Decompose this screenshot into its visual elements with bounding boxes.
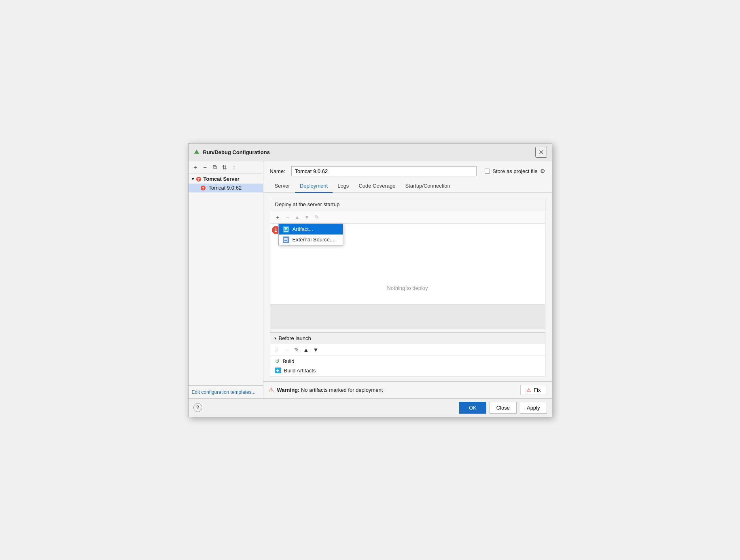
before-launch-title: Before launch [279,335,311,341]
external-source-icon [283,237,289,243]
deploy-list: 1 [270,224,545,304]
close-dialog-button[interactable]: Close [490,402,517,414]
store-project-checkbox[interactable] [485,169,490,174]
fix-warning-icon: ⚠ [526,387,531,393]
launch-build-item[interactable]: ↺ Build [270,357,545,366]
tree-item-label: Tomcat 9.0.62 [209,185,242,191]
name-label: Name: [270,168,288,174]
tab-code-coverage[interactable]: Code Coverage [354,180,400,193]
artifacts-icon: ◆ [275,368,281,373]
before-launch-items: ↺ Build ◆ Build Artifacts [270,356,545,376]
left-panel: + − ⧉ ⇅ ↕ ▾ T Tomcat Server [189,161,263,398]
deploy-add-button[interactable]: + [274,213,282,222]
deploy-section: Deploy at the server startup + − ▲ ▼ ✎ 1 [270,198,545,329]
edit-templates-link[interactable]: Edit configuration templates... [192,389,256,395]
svg-rect-5 [284,227,288,231]
left-toolbar: + − ⧉ ⇅ ↕ [189,161,263,174]
external-source-label: External Source... [293,237,334,243]
sort-config-button[interactable]: ↕ [230,163,239,172]
launch-down-button[interactable]: ▼ [312,345,320,354]
warning-text: Warning: No artifacts marked for deploym… [277,387,517,393]
gear-icon[interactable]: ⚙ [540,168,545,174]
run-debug-dialog: Run/Debug Configurations ✕ + − ⧉ ⇅ ↕ ▾ [188,143,552,417]
tab-server[interactable]: Server [270,180,295,193]
before-launch-header[interactable]: ▾ Before launch [270,333,545,344]
name-input[interactable]: Tomcat 9.0.62 [291,166,477,176]
deploy-empty-area: Nothing to deploy [270,272,545,304]
chevron-icon: ▾ [192,177,194,181]
help-button[interactable]: ? [193,403,202,412]
build-artifacts-label: Build Artifacts [284,368,316,374]
fix-button[interactable]: ⚠ Fix [520,385,547,395]
svg-text:T: T [202,186,204,190]
tab-startup[interactable]: Startup/Connection [400,180,455,193]
before-launch-section: ▾ Before launch + − ✎ ▲ ▼ ↺ Build [270,332,545,376]
launch-remove-button[interactable]: − [282,345,291,354]
title-bar: Run/Debug Configurations ✕ [189,144,552,161]
tree-group-label: Tomcat Server [204,176,240,182]
deploy-header: Deploy at the server startup [270,198,545,211]
copy-config-button[interactable]: ⧉ [210,163,219,172]
dialog-icon [193,149,200,155]
tabs-bar: Server Deployment Logs Code Coverage Sta… [263,180,552,193]
build-label: Build [283,358,295,364]
config-tree: ▾ T Tomcat Server T Tomcat 9.0.62 [189,174,263,385]
launch-artifacts-item[interactable]: ◆ Build Artifacts [270,366,545,375]
nothing-to-deploy-text: Nothing to deploy [387,285,428,291]
deploy-toolbar: + − ▲ ▼ ✎ [270,211,545,224]
bottom-bar: ? OK Close Apply [189,398,552,417]
deploy-edit-button[interactable]: ✎ [312,213,321,222]
svg-rect-8 [284,239,287,241]
close-button[interactable]: ✕ [535,147,547,158]
action-buttons: OK Close Apply [459,402,547,414]
deploy-bottom-area [270,304,545,329]
warning-bar: ⚠ Warning: No artifacts marked for deplo… [263,381,552,398]
deployment-tab-content: Deploy at the server startup + − ▲ ▼ ✎ 1 [263,193,552,381]
launch-add-button[interactable]: + [273,345,282,354]
tab-deployment[interactable]: Deployment [295,180,333,193]
fix-label: Fix [534,387,541,393]
deploy-remove-button[interactable]: − [283,213,292,222]
store-project-label: Store as project file [492,168,537,174]
store-project-area: Store as project file ⚙ [485,168,545,174]
deploy-down-button[interactable]: ▼ [303,213,312,222]
add-config-button[interactable]: + [191,163,200,172]
remove-config-button[interactable]: − [201,163,210,172]
artifact-label: Artifact... [293,226,313,232]
dropdown-external-item[interactable]: External Source... [279,235,343,245]
tree-group-tomcat: ▾ T Tomcat Server T Tomcat 9.0.62 [189,174,263,193]
tree-item-tomcat[interactable]: T Tomcat 9.0.62 [189,184,263,192]
tree-group-header[interactable]: ▾ T Tomcat Server [189,175,263,184]
tab-logs[interactable]: Logs [333,180,354,193]
apply-button[interactable]: Apply [520,402,547,414]
warning-icon: ⚠ [268,386,274,394]
deploy-dropdown-menu: Artifact... [278,224,343,245]
tomcat-item-icon: T [200,185,206,191]
deploy-up-button[interactable]: ▲ [293,213,302,222]
launch-edit-button[interactable]: ✎ [292,345,301,354]
svg-marker-0 [194,150,199,154]
before-launch-chevron: ▾ [274,336,276,340]
name-row: Name: Tomcat 9.0.62 Store as project fil… [263,161,552,180]
move-config-button[interactable]: ⇅ [220,163,229,172]
title-bar-left: Run/Debug Configurations [193,149,270,155]
dropdown-artifact-item[interactable]: Artifact... [279,224,343,235]
before-launch-toolbar: + − ✎ ▲ ▼ [270,344,545,356]
edit-templates-area: Edit configuration templates... [189,385,263,398]
launch-up-button[interactable]: ▲ [302,345,311,354]
build-icon: ↺ [275,358,280,364]
right-panel: Name: Tomcat 9.0.62 Store as project fil… [263,161,552,398]
tomcat-group-icon: T [195,176,202,182]
ok-button[interactable]: OK [459,402,486,414]
svg-text:T: T [197,178,200,182]
artifact-icon [283,226,289,232]
dialog-body: + − ⧉ ⇅ ↕ ▾ T Tomcat Server [189,161,552,398]
dialog-title: Run/Debug Configurations [203,149,270,155]
